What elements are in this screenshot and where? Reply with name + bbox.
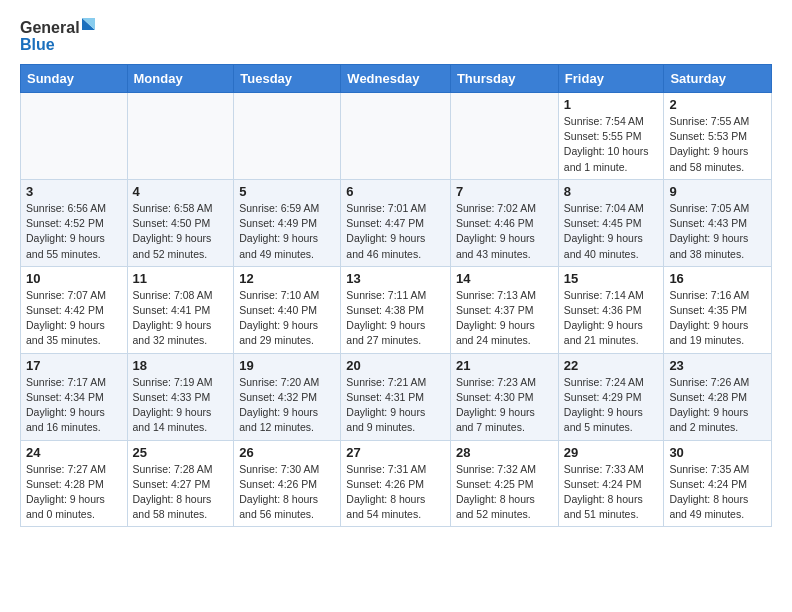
calendar-body: 1Sunrise: 7:54 AM Sunset: 5:55 PM Daylig…	[21, 93, 772, 527]
day-number: 8	[564, 184, 659, 199]
day-detail: Sunrise: 7:31 AM Sunset: 4:26 PM Dayligh…	[346, 462, 445, 523]
day-detail: Sunrise: 7:08 AM Sunset: 4:41 PM Dayligh…	[133, 288, 229, 349]
day-detail: Sunrise: 7:24 AM Sunset: 4:29 PM Dayligh…	[564, 375, 659, 436]
day-detail: Sunrise: 7:55 AM Sunset: 5:53 PM Dayligh…	[669, 114, 766, 175]
day-number: 17	[26, 358, 122, 373]
day-number: 9	[669, 184, 766, 199]
day-number: 1	[564, 97, 659, 112]
calendar-cell: 14Sunrise: 7:13 AM Sunset: 4:37 PM Dayli…	[450, 266, 558, 353]
day-detail: Sunrise: 7:32 AM Sunset: 4:25 PM Dayligh…	[456, 462, 553, 523]
day-number: 13	[346, 271, 445, 286]
day-number: 29	[564, 445, 659, 460]
day-detail: Sunrise: 7:01 AM Sunset: 4:47 PM Dayligh…	[346, 201, 445, 262]
day-number: 2	[669, 97, 766, 112]
page-container: GeneralBlue SundayMondayTuesdayWednesday…	[0, 0, 792, 543]
day-detail: Sunrise: 7:13 AM Sunset: 4:37 PM Dayligh…	[456, 288, 553, 349]
calendar-cell: 23Sunrise: 7:26 AM Sunset: 4:28 PM Dayli…	[664, 353, 772, 440]
svg-text:General: General	[20, 19, 80, 36]
day-number: 12	[239, 271, 335, 286]
day-detail: Sunrise: 7:54 AM Sunset: 5:55 PM Dayligh…	[564, 114, 659, 175]
day-detail: Sunrise: 7:33 AM Sunset: 4:24 PM Dayligh…	[564, 462, 659, 523]
day-detail: Sunrise: 7:21 AM Sunset: 4:31 PM Dayligh…	[346, 375, 445, 436]
column-header-sunday: Sunday	[21, 65, 128, 93]
calendar-cell: 6Sunrise: 7:01 AM Sunset: 4:47 PM Daylig…	[341, 179, 451, 266]
day-detail: Sunrise: 7:30 AM Sunset: 4:26 PM Dayligh…	[239, 462, 335, 523]
week-row-1: 1Sunrise: 7:54 AM Sunset: 5:55 PM Daylig…	[21, 93, 772, 180]
calendar-cell: 17Sunrise: 7:17 AM Sunset: 4:34 PM Dayli…	[21, 353, 128, 440]
calendar-cell: 4Sunrise: 6:58 AM Sunset: 4:50 PM Daylig…	[127, 179, 234, 266]
calendar-cell: 3Sunrise: 6:56 AM Sunset: 4:52 PM Daylig…	[21, 179, 128, 266]
day-detail: Sunrise: 7:02 AM Sunset: 4:46 PM Dayligh…	[456, 201, 553, 262]
day-detail: Sunrise: 7:17 AM Sunset: 4:34 PM Dayligh…	[26, 375, 122, 436]
day-number: 25	[133, 445, 229, 460]
calendar-cell: 27Sunrise: 7:31 AM Sunset: 4:26 PM Dayli…	[341, 440, 451, 527]
day-number: 15	[564, 271, 659, 286]
day-number: 10	[26, 271, 122, 286]
day-number: 21	[456, 358, 553, 373]
calendar-cell: 13Sunrise: 7:11 AM Sunset: 4:38 PM Dayli…	[341, 266, 451, 353]
calendar-cell: 21Sunrise: 7:23 AM Sunset: 4:30 PM Dayli…	[450, 353, 558, 440]
column-header-tuesday: Tuesday	[234, 65, 341, 93]
week-row-4: 17Sunrise: 7:17 AM Sunset: 4:34 PM Dayli…	[21, 353, 772, 440]
calendar-cell	[21, 93, 128, 180]
calendar-cell: 20Sunrise: 7:21 AM Sunset: 4:31 PM Dayli…	[341, 353, 451, 440]
day-number: 20	[346, 358, 445, 373]
day-detail: Sunrise: 7:26 AM Sunset: 4:28 PM Dayligh…	[669, 375, 766, 436]
day-number: 18	[133, 358, 229, 373]
day-detail: Sunrise: 7:23 AM Sunset: 4:30 PM Dayligh…	[456, 375, 553, 436]
header-row: SundayMondayTuesdayWednesdayThursdayFrid…	[21, 65, 772, 93]
calendar-cell: 24Sunrise: 7:27 AM Sunset: 4:28 PM Dayli…	[21, 440, 128, 527]
calendar-header: SundayMondayTuesdayWednesdayThursdayFrid…	[21, 65, 772, 93]
day-number: 19	[239, 358, 335, 373]
day-number: 30	[669, 445, 766, 460]
day-number: 26	[239, 445, 335, 460]
week-row-3: 10Sunrise: 7:07 AM Sunset: 4:42 PM Dayli…	[21, 266, 772, 353]
calendar-cell	[234, 93, 341, 180]
calendar-cell: 19Sunrise: 7:20 AM Sunset: 4:32 PM Dayli…	[234, 353, 341, 440]
day-number: 5	[239, 184, 335, 199]
logo: GeneralBlue	[20, 16, 100, 56]
column-header-thursday: Thursday	[450, 65, 558, 93]
day-detail: Sunrise: 7:05 AM Sunset: 4:43 PM Dayligh…	[669, 201, 766, 262]
day-number: 23	[669, 358, 766, 373]
day-number: 22	[564, 358, 659, 373]
calendar-cell: 25Sunrise: 7:28 AM Sunset: 4:27 PM Dayli…	[127, 440, 234, 527]
day-detail: Sunrise: 7:27 AM Sunset: 4:28 PM Dayligh…	[26, 462, 122, 523]
calendar-cell: 29Sunrise: 7:33 AM Sunset: 4:24 PM Dayli…	[558, 440, 664, 527]
day-detail: Sunrise: 7:28 AM Sunset: 4:27 PM Dayligh…	[133, 462, 229, 523]
calendar-cell: 10Sunrise: 7:07 AM Sunset: 4:42 PM Dayli…	[21, 266, 128, 353]
calendar-cell: 12Sunrise: 7:10 AM Sunset: 4:40 PM Dayli…	[234, 266, 341, 353]
logo-svg: GeneralBlue	[20, 16, 100, 56]
header: GeneralBlue	[20, 16, 772, 56]
day-detail: Sunrise: 7:19 AM Sunset: 4:33 PM Dayligh…	[133, 375, 229, 436]
calendar-cell: 7Sunrise: 7:02 AM Sunset: 4:46 PM Daylig…	[450, 179, 558, 266]
calendar-cell: 15Sunrise: 7:14 AM Sunset: 4:36 PM Dayli…	[558, 266, 664, 353]
column-header-monday: Monday	[127, 65, 234, 93]
day-number: 27	[346, 445, 445, 460]
svg-text:Blue: Blue	[20, 36, 55, 53]
week-row-5: 24Sunrise: 7:27 AM Sunset: 4:28 PM Dayli…	[21, 440, 772, 527]
calendar-cell: 11Sunrise: 7:08 AM Sunset: 4:41 PM Dayli…	[127, 266, 234, 353]
calendar-cell: 2Sunrise: 7:55 AM Sunset: 5:53 PM Daylig…	[664, 93, 772, 180]
calendar-table: SundayMondayTuesdayWednesdayThursdayFrid…	[20, 64, 772, 527]
calendar-cell	[127, 93, 234, 180]
day-detail: Sunrise: 6:58 AM Sunset: 4:50 PM Dayligh…	[133, 201, 229, 262]
day-number: 4	[133, 184, 229, 199]
calendar-cell: 5Sunrise: 6:59 AM Sunset: 4:49 PM Daylig…	[234, 179, 341, 266]
calendar-cell: 28Sunrise: 7:32 AM Sunset: 4:25 PM Dayli…	[450, 440, 558, 527]
calendar-cell	[450, 93, 558, 180]
day-detail: Sunrise: 6:59 AM Sunset: 4:49 PM Dayligh…	[239, 201, 335, 262]
day-detail: Sunrise: 6:56 AM Sunset: 4:52 PM Dayligh…	[26, 201, 122, 262]
column-header-friday: Friday	[558, 65, 664, 93]
calendar-cell: 9Sunrise: 7:05 AM Sunset: 4:43 PM Daylig…	[664, 179, 772, 266]
column-header-saturday: Saturday	[664, 65, 772, 93]
day-detail: Sunrise: 7:16 AM Sunset: 4:35 PM Dayligh…	[669, 288, 766, 349]
day-number: 16	[669, 271, 766, 286]
day-detail: Sunrise: 7:35 AM Sunset: 4:24 PM Dayligh…	[669, 462, 766, 523]
day-number: 28	[456, 445, 553, 460]
day-detail: Sunrise: 7:20 AM Sunset: 4:32 PM Dayligh…	[239, 375, 335, 436]
day-number: 11	[133, 271, 229, 286]
calendar-cell: 18Sunrise: 7:19 AM Sunset: 4:33 PM Dayli…	[127, 353, 234, 440]
day-number: 7	[456, 184, 553, 199]
calendar-cell: 26Sunrise: 7:30 AM Sunset: 4:26 PM Dayli…	[234, 440, 341, 527]
